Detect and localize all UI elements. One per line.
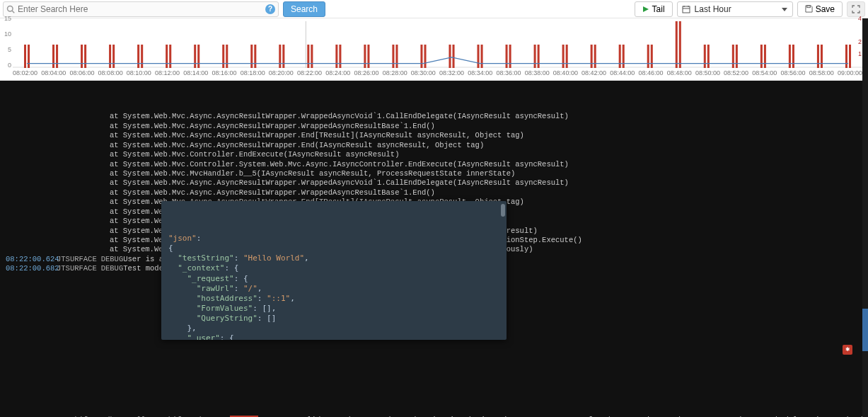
svg-marker-2 [643, 6, 649, 12]
svg-rect-59 [704, 45, 706, 68]
svg-rect-37 [392, 45, 394, 68]
json-line: "_user": { [168, 333, 499, 340]
svg-rect-70 [849, 45, 851, 68]
svg-rect-24 [197, 45, 199, 68]
svg-rect-20 [141, 45, 143, 68]
popup-scrollbar-thumb[interactable] [501, 204, 505, 217]
save-button[interactable]: Save [797, 1, 843, 17]
svg-rect-41 [449, 45, 451, 68]
log-timestamp: 08:22:00.624 [6, 255, 57, 264]
svg-rect-56 [651, 45, 653, 68]
svg-rect-67 [817, 45, 819, 68]
stack-frame: at System.Web.Mvc.Controller.EndExecute(… [6, 150, 868, 159]
stack-frame: at System.Web.Mvc.Async.AsyncResultWrapp… [6, 178, 868, 188]
search-button[interactable]: Search [283, 1, 325, 17]
svg-rect-26 [226, 45, 228, 68]
tail-label: Tail [652, 4, 665, 14]
log-source: JTSURFACE [57, 255, 101, 264]
log-scrollbar[interactable] [862, 18, 868, 417]
svg-rect-18 [112, 45, 115, 68]
log-source: JTSURFACE [57, 264, 101, 273]
stack-frame: at System.Web.Mvc.Async.AsyncResultWrapp… [6, 131, 868, 140]
log-viewer[interactable]: at System.Web.Mvc.Async.AsyncResultWrapp… [0, 81, 868, 417]
svg-rect-69 [845, 45, 847, 68]
error-badge-icon[interactable] [843, 345, 852, 355]
svg-rect-45 [506, 45, 508, 68]
svg-rect-51 [591, 45, 593, 68]
svg-rect-40 [424, 45, 426, 68]
svg-rect-33 [335, 45, 337, 68]
log-timestamp: 08:22:00.682 [6, 264, 57, 273]
svg-rect-48 [538, 45, 540, 68]
svg-rect-17 [109, 45, 111, 68]
svg-rect-32 [311, 45, 313, 68]
fullscreen-button[interactable] [847, 1, 865, 17]
svg-rect-22 [169, 45, 171, 68]
svg-rect-36 [367, 45, 369, 68]
svg-rect-65 [789, 45, 791, 68]
svg-rect-68 [821, 45, 823, 68]
search-box[interactable]: ? [3, 1, 279, 17]
svg-rect-57 [676, 21, 678, 68]
svg-rect-25 [222, 45, 224, 68]
stack-frame: at System.Web.Mvc.Async.AsyncResultWrapp… [6, 188, 868, 198]
toolbar: ? Search Tail Last Hour Save [0, 0, 868, 18]
json-line: }, [168, 324, 499, 333]
svg-rect-34 [339, 45, 341, 68]
log-level: DEBUG [101, 255, 124, 264]
svg-rect-58 [679, 21, 681, 68]
json-line: "hostAddress": "::1", [168, 294, 499, 304]
tail-button[interactable]: Tail [635, 1, 673, 17]
search-input[interactable] [15, 4, 265, 14]
svg-rect-66 [792, 45, 794, 68]
json-line: { [168, 244, 499, 253]
save-label: Save [816, 4, 835, 14]
log-scrollbar-thumb[interactable] [862, 309, 868, 351]
chevron-down-icon [781, 6, 788, 13]
stack-frame: at System.Web.Mvc.Async.AsyncResultWrapp… [6, 112, 868, 121]
x-axis: 08:02:0008:04:0008:06:0008:08:0008:10:00… [13, 68, 862, 76]
svg-line-1 [12, 11, 14, 13]
log-level: DEBUG [101, 264, 124, 273]
svg-rect-19 [137, 45, 139, 68]
svg-rect-3 [683, 6, 690, 13]
svg-rect-46 [509, 45, 511, 68]
svg-rect-15 [81, 45, 83, 68]
svg-rect-62 [736, 45, 738, 68]
svg-rect-60 [707, 45, 710, 68]
json-line: "testString": "Hello World", [168, 253, 499, 263]
svg-rect-64 [764, 45, 766, 68]
json-line: "rawUrl": "/", [168, 284, 499, 294]
json-line: "_context": { [168, 263, 499, 273]
help-icon[interactable]: ? [265, 4, 275, 14]
svg-rect-42 [453, 45, 455, 68]
timeline-chart[interactable]: 051015 124 08:02:0008:04:0008:06:0008:08… [0, 18, 868, 81]
svg-point-0 [8, 6, 13, 11]
svg-rect-31 [307, 45, 309, 68]
svg-rect-29 [279, 45, 281, 68]
search-icon [6, 5, 15, 13]
json-line: "FormValues": [], [168, 304, 499, 314]
svg-rect-16 [84, 45, 86, 68]
svg-rect-14 [56, 45, 58, 68]
svg-rect-27 [250, 45, 253, 68]
y-axis-left: 051015 [1, 18, 11, 65]
stack-frame: at System.Web.Mvc.Async.AsyncResultWrapp… [6, 141, 868, 150]
json-preview-popup[interactable]: "json":{ "testString": "Hello World", "_… [161, 201, 507, 340]
svg-rect-47 [534, 45, 536, 68]
svg-rect-23 [194, 45, 196, 68]
chart-canvas [13, 21, 862, 68]
stack-frame: at System.Web.Mvc.Async.AsyncResultWrapp… [6, 122, 868, 131]
svg-rect-49 [562, 45, 565, 68]
time-range-select[interactable]: Last Hour [677, 1, 793, 17]
expand-icon [852, 5, 860, 13]
json-line: "_request": { [168, 274, 499, 284]
save-icon [805, 5, 813, 13]
svg-rect-54 [623, 45, 625, 68]
svg-rect-61 [732, 45, 734, 68]
svg-rect-30 [282, 45, 284, 68]
svg-rect-44 [481, 45, 483, 68]
play-icon [642, 6, 649, 13]
svg-rect-35 [364, 45, 366, 68]
svg-rect-50 [566, 45, 568, 68]
